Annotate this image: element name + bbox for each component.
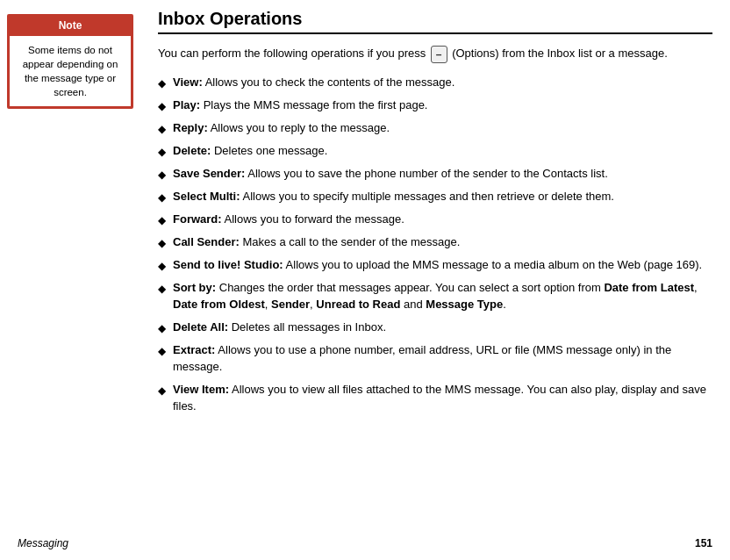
note-box: Note Some items do not appear depending … bbox=[7, 14, 133, 109]
item-label: Delete: bbox=[173, 144, 211, 157]
bullet-icon: ◆ bbox=[158, 121, 166, 137]
bullet-icon: ◆ bbox=[158, 343, 166, 359]
main-content: Inbox Operations You can perform the fol… bbox=[140, 0, 730, 560]
bullet-icon: ◆ bbox=[158, 144, 166, 160]
item-label: Sort by: bbox=[173, 281, 216, 294]
page-title: Inbox Operations bbox=[158, 9, 712, 34]
item-label: Reply: bbox=[173, 121, 208, 134]
intro-prefix: You can perform the following operations… bbox=[158, 47, 426, 60]
bullet-icon: ◆ bbox=[158, 212, 166, 228]
item-desc: Changes the order that messages appear. … bbox=[173, 281, 698, 312]
list-item: ◆ Send to live! Studio: Allows you to up… bbox=[158, 256, 712, 274]
item-label: Save Sender: bbox=[173, 167, 245, 180]
item-desc: Deletes all messages in Inbox. bbox=[232, 320, 386, 334]
list-item: ◆ View Item: Allows you to view all file… bbox=[158, 381, 712, 415]
list-item: ◆ Save Sender: Allows you to save the ph… bbox=[158, 165, 712, 183]
list-item: ◆ View: Allows you to check the contents… bbox=[158, 74, 712, 91]
note-title: Note bbox=[9, 16, 132, 35]
footer-right: 151 bbox=[695, 537, 712, 549]
bullet-icon: ◆ bbox=[158, 98, 166, 114]
footer-left: Messaging bbox=[18, 537, 68, 549]
bullet-icon: ◆ bbox=[158, 281, 166, 297]
item-desc: Allows you to check the contents of the … bbox=[205, 75, 455, 89]
bullet-icon: ◆ bbox=[158, 258, 166, 274]
item-text: Select Multi: Allows you to specify mult… bbox=[173, 188, 712, 205]
item-text: Delete All: Deletes all messages in Inbo… bbox=[173, 319, 712, 336]
item-text: Forward: Allows you to forward the messa… bbox=[173, 211, 712, 228]
list-item: ◆ Select Multi: Allows you to specify mu… bbox=[158, 188, 712, 205]
item-desc: Allows you to view all files attached to… bbox=[173, 383, 706, 413]
item-text: Extract: Allows you to use a phone numbe… bbox=[173, 341, 712, 376]
item-desc: Allows you to upload the MMS message to … bbox=[286, 258, 703, 271]
footer: Messaging 151 bbox=[0, 537, 730, 549]
page-container: Note Some items do not appear depending … bbox=[0, 0, 730, 560]
bullet-icon: ◆ bbox=[158, 383, 166, 398]
item-text: Call Sender: Makes a call to the sender … bbox=[173, 233, 712, 251]
item-desc: Allows you to save the phone number of t… bbox=[247, 167, 607, 180]
item-desc: Deletes one message. bbox=[214, 144, 327, 157]
item-desc: Allows you to specify multiple messages … bbox=[242, 190, 613, 203]
item-text: Reply: Allows you to reply to the messag… bbox=[173, 119, 712, 137]
item-desc: Makes a call to the sender of the messag… bbox=[242, 235, 460, 248]
list-item: ◆ Delete: Deletes one message. bbox=[158, 142, 712, 160]
item-label: View Item: bbox=[173, 383, 229, 396]
item-text: View Item: Allows you to view all files … bbox=[173, 381, 712, 415]
options-icon: – bbox=[431, 46, 447, 63]
item-label: Play: bbox=[173, 98, 200, 111]
item-label: Forward: bbox=[173, 212, 222, 226]
list-item: ◆ Delete All: Deletes all messages in In… bbox=[158, 319, 712, 336]
bullet-icon: ◆ bbox=[158, 167, 166, 183]
item-text: Save Sender: Allows you to save the phon… bbox=[173, 165, 712, 183]
bullet-icon: ◆ bbox=[158, 75, 166, 91]
list-item: ◆ Play: Plays the MMS message from the f… bbox=[158, 97, 712, 114]
item-desc: Allows you to use a phone number, email … bbox=[173, 343, 671, 374]
item-desc: Plays the MMS message from the first pag… bbox=[204, 98, 428, 111]
item-label: View: bbox=[173, 75, 203, 89]
item-label: Call Sender: bbox=[173, 235, 240, 248]
bullet-list: ◆ View: Allows you to check the contents… bbox=[158, 74, 712, 415]
list-item: ◆ Sort by: Changes the order that messag… bbox=[158, 279, 712, 313]
item-text: Delete: Deletes one message. bbox=[173, 142, 712, 160]
item-label: Select Multi: bbox=[173, 190, 240, 203]
sidebar: Note Some items do not appear depending … bbox=[0, 0, 140, 560]
bullet-icon: ◆ bbox=[158, 190, 166, 205]
intro-text: You can perform the following operations… bbox=[158, 45, 712, 63]
list-item: ◆ Extract: Allows you to use a phone num… bbox=[158, 341, 712, 376]
item-label: Delete All: bbox=[173, 320, 228, 334]
item-text: Send to live! Studio: Allows you to uplo… bbox=[173, 256, 712, 274]
item-label: Send to live! Studio: bbox=[173, 258, 283, 271]
intro-suffix: (Options) from the Inbox list or a messa… bbox=[452, 47, 668, 60]
item-desc: Allows you to forward the message. bbox=[225, 212, 404, 226]
list-item: ◆ Forward: Allows you to forward the mes… bbox=[158, 211, 712, 228]
bullet-icon: ◆ bbox=[158, 320, 166, 336]
list-item: ◆ Call Sender: Makes a call to the sende… bbox=[158, 233, 712, 251]
note-body: Some items do not appear depending on th… bbox=[9, 35, 132, 107]
item-desc: Allows you to reply to the message. bbox=[211, 121, 390, 134]
item-text: Sort by: Changes the order that messages… bbox=[173, 279, 712, 313]
item-text: Play: Plays the MMS message from the fir… bbox=[173, 97, 712, 114]
item-text: View: Allows you to check the contents o… bbox=[173, 74, 712, 91]
list-item: ◆ Reply: Allows you to reply to the mess… bbox=[158, 119, 712, 137]
bullet-icon: ◆ bbox=[158, 235, 166, 251]
item-label: Extract: bbox=[173, 343, 215, 356]
